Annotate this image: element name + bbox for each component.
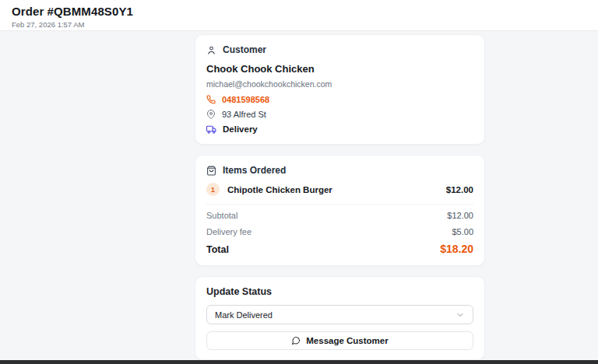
- customer-section-title: Customer: [223, 44, 266, 56]
- chevron-down-icon: [456, 310, 465, 320]
- items-card-header: Items Ordered: [206, 164, 473, 177]
- map-pin-icon: [206, 110, 216, 119]
- items-ordered-card: Items Ordered 1 Chipotle Chicken Burger …: [195, 155, 485, 266]
- total-row: Total $18.20: [206, 243, 473, 257]
- order-column: Customer Chook Chook Chicken michael@cho…: [195, 32, 485, 360]
- item-name: Chipotle Chicken Burger: [227, 185, 332, 194]
- customer-email: michael@chookchookchicken.com: [206, 79, 473, 89]
- shopping-bag-icon: [206, 166, 216, 176]
- customer-card-header: Customer: [206, 44, 473, 56]
- message-customer-label: Message Customer: [306, 336, 388, 345]
- status-select-value: Mark Delivered: [215, 310, 273, 320]
- message-customer-button[interactable]: Message Customer: [206, 331, 473, 350]
- customer-address: 93 Alfred St: [222, 109, 266, 120]
- delivery-fee-label: Delivery fee: [206, 227, 252, 237]
- subtotal-label: Subtotal: [206, 211, 237, 221]
- order-type-row: Delivery: [206, 124, 473, 135]
- subtotal-row: Subtotal $12.00: [206, 211, 473, 221]
- customer-address-row: 93 Alfred St: [206, 109, 473, 120]
- subtotal-value: $12.00: [447, 211, 473, 221]
- update-status-card: Update Status Mark Delivered Message Cus…: [195, 276, 485, 360]
- total-label: Total: [206, 243, 229, 257]
- chat-bubble-icon: [291, 336, 301, 345]
- update-status-title: Update Status: [206, 286, 473, 298]
- customer-name: Chook Chook Chicken: [206, 63, 473, 75]
- page-title: Order #QBMM48S0Y1: [12, 5, 598, 18]
- phone-icon: [206, 95, 216, 104]
- truck-icon: [206, 124, 216, 135]
- order-item-row: 1 Chipotle Chicken Burger $12.00: [206, 183, 473, 196]
- total-value: $18.20: [440, 243, 473, 255]
- status-select[interactable]: Mark Delivered: [206, 305, 473, 324]
- delivery-fee-row: Delivery fee $5.00: [206, 227, 473, 237]
- user-icon: [206, 45, 216, 55]
- customer-card: Customer Chook Chook Chicken michael@cho…: [195, 34, 485, 145]
- page-header: Order #QBMM48S0Y1 Feb 27, 2026 1:57 AM: [0, 0, 598, 31]
- order-details-page: Order #QBMM48S0Y1 Feb 27, 2026 1:57 AM C…: [0, 0, 598, 364]
- customer-phone-row[interactable]: 0481598568: [206, 94, 473, 105]
- delivery-fee-value: $5.00: [452, 227, 473, 237]
- items-divider: [206, 204, 473, 205]
- customer-phone[interactable]: 0481598568: [222, 94, 269, 105]
- content-area: Customer Chook Chook Chicken michael@cho…: [0, 32, 598, 360]
- item-price: $12.00: [446, 185, 473, 194]
- item-qty-badge: 1: [206, 183, 220, 196]
- items-section-title: Items Ordered: [223, 164, 286, 177]
- bottom-bar: [0, 360, 598, 364]
- order-type: Delivery: [223, 124, 258, 135]
- order-date: Feb 27, 2026 1:57 AM: [12, 20, 598, 29]
